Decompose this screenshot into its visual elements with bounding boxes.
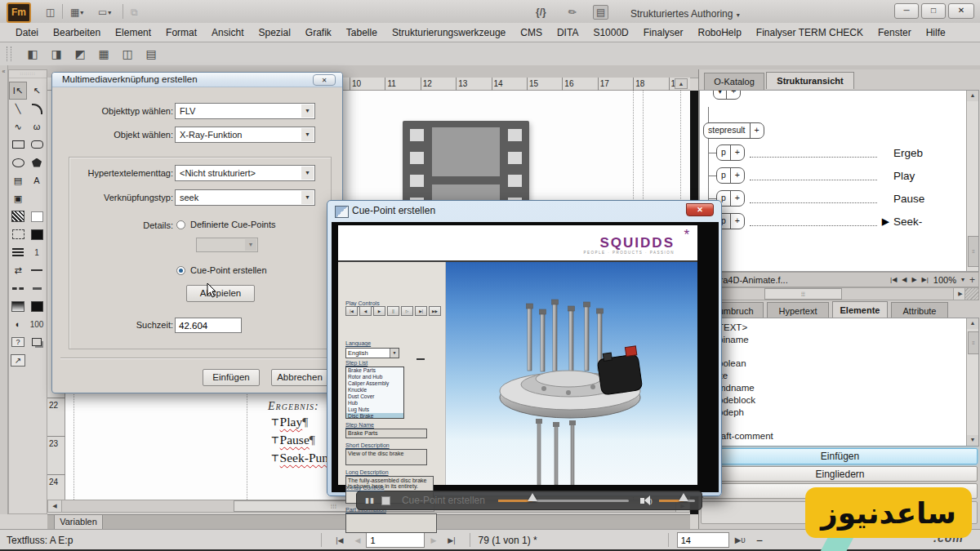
hypertext-tag-dropdown[interactable]: <Nicht strukturiert>▼ [175,165,315,181]
freehand-tool[interactable]: ω [28,118,46,136]
menu-item[interactable]: Element [108,24,158,41]
menu-item[interactable]: Strukturierungswerkzeuge [385,24,513,41]
scroll-up-arrow[interactable]: ▲ [967,318,978,329]
smart-select-tool[interactable]: I↖ [9,82,27,100]
menu-item[interactable]: Grafik [298,24,339,41]
close-button[interactable]: ✕ [948,3,974,19]
part-information-field[interactable] [345,513,437,533]
line-width-tool[interactable] [9,243,27,261]
short-description-field[interactable]: View of the disc brake [345,449,427,465]
defined-cuepoints-radio[interactable] [176,220,185,229]
line-width-value[interactable]: 1 [28,243,46,261]
maximize-button[interactable]: □ [921,3,946,19]
minimize-button[interactable]: ─ [894,3,919,19]
group-tool[interactable] [28,333,46,351]
tool-panel-grip[interactable]: :::::::: [9,70,47,78]
object-select-tool[interactable]: ↖ [28,82,46,100]
step-item[interactable]: Brake Parts [346,367,403,374]
edit-form-icon[interactable]: ◫ [118,46,137,62]
contrast-tool[interactable]: ◐ [9,315,27,333]
scroll-left-arrow[interactable]: ◀ [48,500,62,512]
fill-white-swatch[interactable] [28,207,46,225]
seek-time-field[interactable] [175,318,242,333]
contrast-value[interactable]: 100 [28,315,46,333]
step-item[interactable]: Disc Brake [346,413,403,419]
tab-elemente[interactable]: Elemente [832,301,888,318]
step-list[interactable]: Brake PartsRotor and HubCaliper Assembly… [345,367,404,419]
oval-tool[interactable] [9,153,27,171]
rounded-rect-tool[interactable] [28,136,46,153]
structure-v-scrollbar[interactable]: ▲ ≡ [966,91,978,271]
step-item[interactable]: Dust Cover [346,393,403,400]
last-page-icon[interactable]: ▶| [922,276,929,283]
stop-icon[interactable] [381,496,390,505]
structure-row[interactable]: p+ Pause [709,190,964,207]
options-list-icon[interactable]: ▤ [141,46,161,62]
step-item[interactable]: Hub [346,400,403,407]
polygon-tool[interactable] [28,153,46,171]
arrow-style-tool[interactable]: ⇄ [9,261,27,279]
anchored-frame-tool[interactable]: ▣ [9,189,27,207]
element-catalog-list[interactable]: TEXT>pinameooleanitemdnameodeblockodephl… [699,318,979,447]
zoom-out-icon[interactable]: − [751,534,768,547]
3d-viewer[interactable] [446,262,697,485]
structure-row[interactable]: p+ Ergeb [709,144,964,161]
screen-mode-icon[interactable]: ▭▾ [95,5,114,20]
step-item[interactable]: Knuckle [346,387,403,393]
link-type-dropdown[interactable]: seek▼ [175,189,315,206]
cancel-button[interactable]: Abbrechen [271,369,328,386]
dialog-title-bar[interactable]: Cue-Point erstellen [327,201,721,222]
variables-tab[interactable]: Variablen [54,514,103,530]
layout-icon[interactable]: ◫ [42,5,58,20]
resize-grip[interactable] [964,288,978,300]
next-page-button[interactable]: ▶ [425,536,442,544]
create-cuepoint-radio[interactable] [176,266,185,275]
scroll-up-arrow[interactable]: ▲ [967,91,978,101]
object-dropdown[interactable]: X-Ray-Funktion▼ [175,127,315,143]
zoom-caret-icon[interactable]: ▾ [961,276,964,283]
vcr-button[interactable]: || [387,306,399,316]
tab-strukturansicht[interactable]: Strukturansicht [766,72,854,89]
catalog-v-scrollbar[interactable]: ▲ ≡ ▼ [966,318,978,446]
catalog-element[interactable]: piname [718,334,964,346]
vcr-button[interactable]: ◀ [359,306,372,316]
structure-view[interactable]: ▾+ stepresult+ p+ Ergeb p+ Play p+ [699,90,979,272]
volume-slider[interactable] [659,500,695,502]
line-tool[interactable]: ╲ [9,100,27,118]
open-repository-icon[interactable]: ◨ [47,46,66,62]
code-view-icon[interactable]: {/} [532,5,550,20]
menu-item[interactable]: CMS [513,24,550,41]
catalog-element[interactable]: odeph [718,407,964,419]
next-page-icon[interactable]: ▶ [911,276,916,283]
menu-item[interactable]: Format [158,24,204,41]
volume-icon[interactable]: ) [640,495,653,505]
zoom-level[interactable]: 100% [933,275,956,285]
dash-sample[interactable] [28,279,46,297]
scroll-down-arrow[interactable]: ▼ [967,435,978,446]
catalog-element[interactable]: oolean [718,358,964,370]
dash-pattern-tool[interactable] [9,279,27,297]
catalog-element[interactable]: odeblock [718,394,964,407]
tab-hypertext[interactable]: Hypertext [767,302,829,319]
zoom-field[interactable] [677,532,729,548]
structure-row[interactable]: p+ ▶ Seek- [709,213,964,229]
scrollbar-thumb[interactable]: ⦙⦙⦙ [764,288,842,300]
object-type-dropdown[interactable]: FLV▼ [175,103,315,119]
workspace-mode-dropdown[interactable]: Strukturiertes Authoring ▾ [630,6,740,20]
wrap-element-button[interactable]: Eingliedern [702,466,978,482]
dialog-title-bar[interactable]: Multimediaverknüpfung erstellen [52,73,342,87]
page-number-field[interactable] [366,532,425,548]
menu-item[interactable]: Hilfe [919,24,953,41]
catalog-element[interactable] [718,346,964,358]
wysiwyg-view-icon[interactable]: ▤ [593,5,608,20]
menu-item[interactable]: Ansicht [204,24,251,41]
text-line-tool[interactable]: A [28,171,46,189]
structure-root-bubble[interactable]: stepresult+ [703,122,764,139]
play-button[interactable]: Abspielen [186,285,255,302]
workspace-switcher-icon[interactable]: ▦▾ [67,5,87,20]
line-style-tool[interactable] [28,261,46,279]
link-manager-icon[interactable]: ◩ [70,46,90,62]
text-frame-tool[interactable]: ▤ [9,171,27,189]
last-page-button[interactable]: ▶| [442,536,461,544]
menu-item[interactable]: DITA [550,24,586,41]
